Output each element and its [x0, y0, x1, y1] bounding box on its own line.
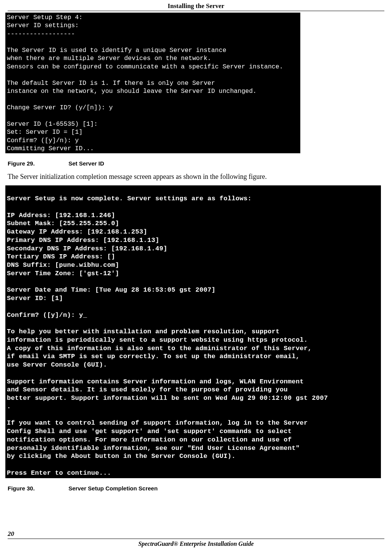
figure-29-caption: Figure 29. Set Server ID [8, 153, 384, 173]
page-header-title: Installing the Server [8, 0, 384, 11]
figure-30-number: Figure 30. [8, 485, 67, 492]
figure-30-caption: Figure 30. Server Setup Completion Scree… [8, 478, 384, 498]
terminal-server-id: Server Setup Step 4: Server ID settings:… [5, 13, 300, 153]
body-paragraph: The Server initialization completion mes… [8, 173, 384, 185]
terminal-setup-complete: Server Setup is now complete. Server set… [5, 185, 381, 478]
figure-29-number: Figure 29. [8, 160, 67, 167]
figure-29-title: Set Server ID [68, 160, 104, 167]
figure-30-title: Server Setup Completion Screen [68, 485, 157, 492]
footer-guide-title: SpectraGuard® Enterprise Installation Gu… [8, 540, 384, 547]
page-footer: 20 SpectraGuard® Enterprise Installation… [8, 530, 384, 547]
page-number: 20 [8, 530, 384, 539]
